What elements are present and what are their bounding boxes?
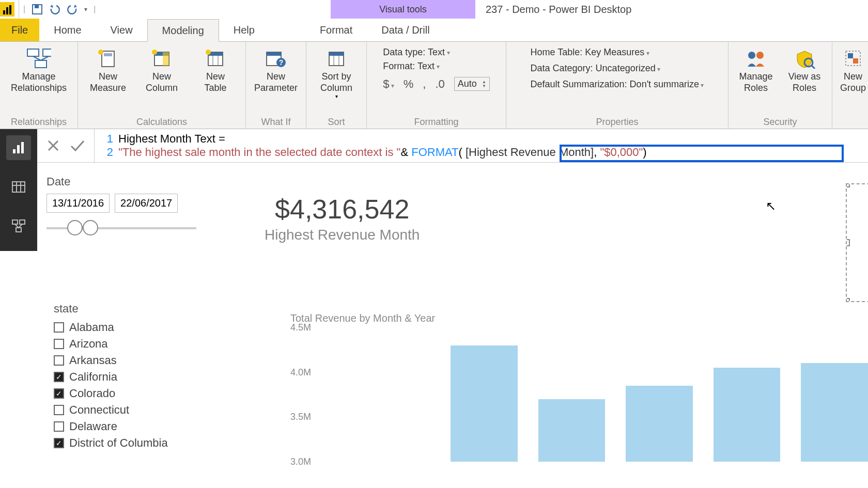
percent-format-button[interactable]: % bbox=[404, 77, 414, 91]
date-to-input[interactable]: 22/06/2017 bbox=[115, 194, 178, 213]
resize-handle-icon[interactable] bbox=[846, 298, 850, 302]
chart-bar[interactable] bbox=[626, 386, 693, 462]
new-column-button[interactable]: New Column bbox=[137, 45, 187, 93]
checkbox[interactable] bbox=[54, 339, 64, 349]
decimals-auto-spinner[interactable]: Auto▲▼ bbox=[454, 77, 490, 91]
group-security: Manage Roles View as Roles Security bbox=[729, 42, 832, 129]
tab-modeling[interactable]: Modeling bbox=[147, 19, 219, 42]
bar-chart-visual[interactable]: Total Revenue by Month & Year 4.5M4.0M3.… bbox=[290, 312, 868, 462]
tab-data-drill[interactable]: Data / Drill bbox=[367, 19, 444, 41]
group-label: Properties bbox=[596, 116, 638, 128]
selected-textbox-visual[interactable]: Th sele bbox=[846, 183, 868, 302]
date-from-input[interactable]: 13/11/2016 bbox=[47, 194, 110, 213]
tab-view[interactable]: View bbox=[96, 19, 147, 41]
date-slicer[interactable]: Date 13/11/2016 22/06/2017 bbox=[47, 175, 217, 239]
data-view-icon[interactable] bbox=[6, 175, 31, 199]
state-item[interactable]: District of Columbia bbox=[54, 436, 168, 450]
checkbox[interactable] bbox=[54, 372, 64, 382]
default-summarization-dropdown[interactable]: Default Summarization: Don't summarize bbox=[531, 79, 704, 90]
svg-text:?: ? bbox=[279, 58, 284, 67]
checkbox[interactable] bbox=[54, 355, 64, 366]
cancel-formula-icon[interactable] bbox=[47, 139, 60, 152]
group-relationships: Manage Relationships Relationships bbox=[0, 42, 78, 129]
svg-line-6 bbox=[41, 56, 49, 60]
y-axis-tick: 3.5M bbox=[290, 412, 311, 422]
state-item[interactable]: Arkansas bbox=[54, 354, 168, 367]
group-properties: Home Table: Key Measures Data Category: … bbox=[506, 42, 729, 129]
checkbox[interactable] bbox=[54, 405, 64, 415]
state-label: Connecticut bbox=[69, 403, 129, 417]
file-tab[interactable]: File bbox=[0, 19, 39, 41]
state-item[interactable]: Connecticut bbox=[54, 403, 168, 417]
svg-rect-43 bbox=[16, 228, 21, 232]
data-category-dropdown[interactable]: Data Category: Uncategorized bbox=[531, 63, 660, 74]
chart-bar[interactable] bbox=[538, 399, 606, 462]
new-table-button[interactable]: New Table bbox=[191, 45, 240, 93]
y-axis-tick: 4.5M bbox=[290, 322, 311, 333]
tab-help[interactable]: Help bbox=[219, 19, 269, 41]
state-item[interactable]: Alabama bbox=[54, 321, 168, 334]
slider-handle-right[interactable] bbox=[83, 220, 98, 235]
new-group-button[interactable]: New Group bbox=[838, 45, 868, 93]
window-title: 237 - Demo - Power BI Desktop bbox=[486, 0, 631, 19]
report-view-icon[interactable] bbox=[6, 135, 31, 160]
svg-line-30 bbox=[812, 66, 815, 69]
decimal-icon[interactable]: .0 bbox=[435, 77, 444, 91]
state-item[interactable]: Delaware bbox=[54, 420, 168, 433]
state-label: California bbox=[69, 370, 117, 384]
resize-handle-icon[interactable] bbox=[846, 239, 850, 246]
checkbox[interactable] bbox=[54, 322, 64, 333]
tab-format[interactable]: Format bbox=[305, 19, 367, 41]
data-type-dropdown[interactable]: Data type: Text bbox=[383, 47, 450, 58]
view-as-roles-button[interactable]: View as Roles bbox=[782, 45, 827, 93]
svg-rect-32 bbox=[848, 53, 853, 58]
y-axis-tick: 3.0M bbox=[290, 456, 311, 467]
commit-formula-icon[interactable] bbox=[69, 139, 85, 152]
qat-dropdown-icon[interactable]: ▾ bbox=[84, 6, 87, 13]
formula-editor[interactable]: 1Highest Month Text = 2"The highest sale… bbox=[95, 129, 868, 162]
group-label: Calculations bbox=[136, 116, 187, 128]
new-measure-button[interactable]: New Measure bbox=[83, 45, 133, 93]
format-dropdown[interactable]: Format: Text bbox=[383, 61, 440, 72]
new-parameter-button[interactable]: ?New Parameter bbox=[251, 45, 301, 93]
comma-format-button[interactable]: , bbox=[423, 77, 426, 91]
svg-rect-42 bbox=[20, 220, 25, 224]
slider-handle-left[interactable] bbox=[67, 220, 83, 235]
checkbox[interactable] bbox=[54, 421, 64, 432]
checkbox[interactable] bbox=[54, 438, 64, 448]
svg-point-18 bbox=[206, 50, 211, 55]
group-label: Sort bbox=[328, 116, 345, 128]
card-label: Highest Revenue Month bbox=[265, 227, 420, 243]
chart-title: Total Revenue by Month & Year bbox=[290, 312, 868, 324]
date-range-slider[interactable] bbox=[47, 218, 196, 239]
undo-icon[interactable] bbox=[49, 4, 60, 15]
tab-home[interactable]: Home bbox=[39, 19, 96, 41]
sort-by-column-button[interactable]: Sort by Column▾ bbox=[312, 45, 361, 99]
manage-relationships-button[interactable]: Manage Relationships bbox=[5, 45, 72, 93]
state-item[interactable]: California bbox=[54, 370, 168, 384]
svg-rect-8 bbox=[104, 53, 112, 56]
state-slicer[interactable]: state AlabamaArizonaArkansasCaliforniaCo… bbox=[54, 302, 168, 450]
currency-format-button[interactable]: $ bbox=[383, 77, 394, 91]
redo-icon[interactable] bbox=[67, 4, 78, 15]
manage-roles-button[interactable]: Manage Roles bbox=[734, 45, 778, 93]
title-bar: | ▾ | Visual tools 237 - Demo - Power BI… bbox=[0, 0, 868, 19]
state-label: Delaware bbox=[69, 420, 117, 433]
model-view-icon[interactable] bbox=[6, 214, 31, 239]
svg-line-5 bbox=[33, 56, 41, 60]
checkbox[interactable] bbox=[54, 388, 64, 399]
save-icon[interactable] bbox=[32, 4, 43, 15]
group-sort: Sort by Column▾ Sort bbox=[306, 42, 367, 129]
group-label: What If bbox=[261, 116, 290, 128]
home-table-dropdown[interactable]: Home Table: Key Measures bbox=[531, 47, 649, 58]
state-item[interactable]: Arizona bbox=[54, 337, 168, 351]
report-canvas[interactable]: Date 13/11/2016 22/06/2017 $4,316,542 Hi… bbox=[37, 163, 868, 251]
card-visual[interactable]: $4,316,542 Highest Revenue Month bbox=[265, 194, 420, 243]
resize-handle-icon[interactable] bbox=[846, 183, 850, 187]
app-icon bbox=[0, 2, 14, 17]
state-item[interactable]: Colorado bbox=[54, 387, 168, 400]
svg-rect-4 bbox=[35, 60, 47, 68]
chart-bar[interactable] bbox=[451, 345, 518, 462]
chart-bar[interactable] bbox=[714, 368, 781, 462]
chart-bar[interactable] bbox=[801, 363, 868, 462]
